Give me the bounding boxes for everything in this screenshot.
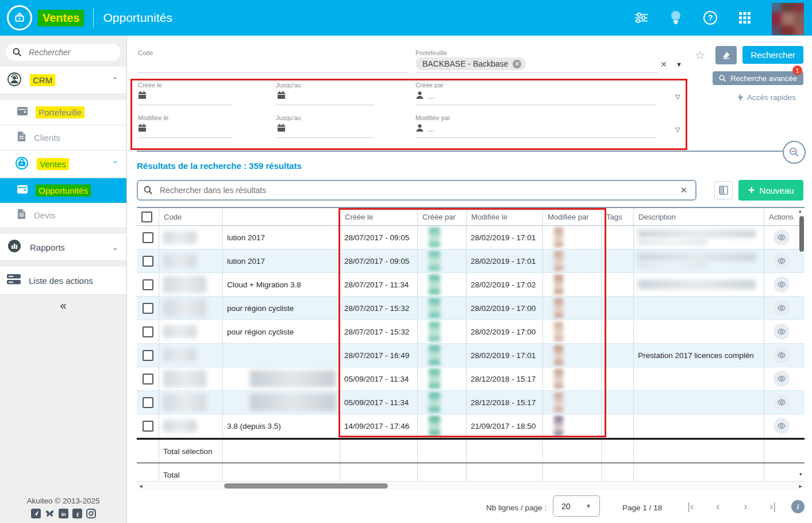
sidebar-item-portefeuille[interactable]: Portefeuille bbox=[0, 100, 126, 125]
column-header-created[interactable]: Créée le bbox=[340, 208, 418, 225]
created-to-input[interactable] bbox=[276, 105, 374, 105]
portfolio-clear-icon[interactable]: ✕ bbox=[660, 60, 667, 69]
calendar-icon[interactable] bbox=[138, 124, 147, 132]
column-header-actions[interactable]: Actions bbox=[764, 208, 799, 225]
created-from-input[interactable] bbox=[138, 105, 233, 105]
sidebar-search[interactable] bbox=[6, 44, 121, 61]
row-checkbox[interactable] bbox=[143, 326, 153, 337]
row-checkbox[interactable] bbox=[143, 374, 153, 384]
favorite-star-icon[interactable]: ☆ bbox=[695, 48, 705, 62]
sidebar-item-liste-des-actions[interactable]: Liste des actions bbox=[0, 267, 126, 295]
sidebar-item-devis[interactable]: Devis bbox=[0, 203, 126, 228]
sidebar-item-crm[interactable]: CRM ⌃ bbox=[0, 67, 126, 94]
filter-clear-icon[interactable]: ✕ bbox=[678, 185, 690, 195]
module-badge[interactable]: Ventes bbox=[38, 10, 84, 26]
calendar-icon[interactable] bbox=[277, 124, 286, 132]
column-header-description[interactable]: Description bbox=[634, 208, 764, 225]
vertical-scrollbar[interactable]: ▴ bbox=[799, 208, 805, 472]
table-row[interactable]: lution 201728/07/2017 - 09:0528/02/2019 … bbox=[137, 249, 805, 273]
linkedin-icon[interactable]: in bbox=[59, 509, 68, 518]
portfolio-dropdown-icon[interactable]: ▼ bbox=[676, 61, 682, 68]
table-row[interactable]: 3.8 (depuis 3.5)14/09/2017 - 17:4621/09/… bbox=[137, 414, 805, 438]
view-eye-button[interactable] bbox=[773, 371, 790, 387]
akuiteo-logo-icon[interactable] bbox=[7, 5, 32, 30]
view-eye-button[interactable] bbox=[773, 300, 790, 316]
calendar-icon[interactable] bbox=[138, 91, 147, 99]
clear-search-button[interactable] bbox=[715, 46, 737, 64]
collapse-search-panel-button[interactable] bbox=[783, 141, 806, 164]
code-input[interactable] bbox=[138, 72, 408, 73]
butterfly-icon[interactable] bbox=[45, 509, 55, 518]
modified-by-input[interactable] bbox=[415, 137, 657, 138]
column-picker-button[interactable] bbox=[714, 181, 733, 199]
apps-grid-icon[interactable] bbox=[737, 10, 752, 25]
row-checkbox[interactable] bbox=[143, 256, 153, 267]
user-avatar[interactable] bbox=[772, 3, 804, 35]
created-by-placeholder[interactable]: ... bbox=[428, 92, 434, 101]
chip-remove-icon[interactable]: ✕ bbox=[513, 60, 521, 68]
modified-to-input[interactable] bbox=[276, 137, 374, 138]
view-eye-button[interactable] bbox=[773, 418, 790, 434]
column-header-created-by[interactable]: Créée par bbox=[418, 208, 467, 225]
scroll-down-icon[interactable]: ▾ bbox=[799, 471, 802, 477]
previous-page-button[interactable]: ‹ bbox=[716, 500, 719, 513]
table-row[interactable]: 28/07/2017 - 16:4928/02/2019 - 17:01Pres… bbox=[137, 344, 805, 367]
help-icon[interactable]: ? bbox=[703, 10, 718, 25]
lightbulb-icon[interactable] bbox=[668, 10, 683, 25]
new-button[interactable]: + Nouveau bbox=[738, 180, 803, 201]
chevron-down-icon[interactable]: ⌄ bbox=[112, 243, 118, 252]
view-eye-button[interactable] bbox=[773, 229, 790, 245]
column-header-modified-by[interactable]: Modifiée par bbox=[543, 208, 602, 225]
facebook-icon[interactable]: f bbox=[72, 509, 82, 518]
view-eye-button[interactable] bbox=[773, 253, 790, 269]
settings-sliders-icon[interactable] bbox=[634, 10, 649, 25]
horizontal-scrollbar[interactable]: ◂ ▸ bbox=[137, 481, 805, 490]
instagram-icon[interactable] bbox=[86, 509, 96, 518]
view-eye-button[interactable] bbox=[773, 276, 790, 293]
quick-access-link[interactable]: Accès rapides bbox=[737, 93, 796, 102]
modified-from-input[interactable] bbox=[138, 137, 233, 138]
info-button[interactable]: i bbox=[791, 500, 805, 513]
sidebar-search-input[interactable] bbox=[28, 47, 110, 57]
scroll-up-icon[interactable]: ▴ bbox=[799, 208, 802, 214]
chevron-up-icon[interactable]: ⌃ bbox=[112, 160, 118, 168]
table-row[interactable]: pour région cycliste28/07/2017 - 15:3228… bbox=[137, 320, 805, 344]
sidebar-item-opportunites[interactable]: Opportunités bbox=[0, 178, 126, 203]
rows-per-page-select[interactable]: 20 ▼ bbox=[553, 495, 600, 517]
row-checkbox[interactable] bbox=[143, 350, 153, 361]
portfolio-chip[interactable]: BACKBASE - Backbase ✕ bbox=[415, 57, 526, 70]
sidebar-collapse-button[interactable]: « bbox=[0, 295, 126, 316]
person-icon[interactable] bbox=[415, 91, 424, 99]
sidebar-item-rapports[interactable]: Rapports ⌄ bbox=[0, 234, 126, 261]
advanced-search-button[interactable]: Recherche avancée bbox=[713, 71, 803, 85]
vertical-scroll-thumb[interactable] bbox=[799, 216, 804, 252]
person-icon[interactable] bbox=[415, 124, 424, 132]
column-header-modified[interactable]: Modifiée le bbox=[467, 208, 543, 225]
results-filter-input[interactable] bbox=[159, 185, 678, 195]
modified-by-dropdown-icon[interactable]: ▽ bbox=[675, 126, 680, 133]
last-page-button[interactable]: ›| bbox=[769, 500, 776, 513]
scroll-left-icon[interactable]: ◂ bbox=[137, 483, 145, 489]
select-all-column[interactable] bbox=[137, 208, 159, 225]
table-row[interactable]: pour région cycliste28/07/2017 - 15:3228… bbox=[137, 297, 805, 320]
first-page-button[interactable]: |‹ bbox=[687, 500, 694, 513]
select-all-checkbox[interactable] bbox=[141, 211, 152, 222]
view-eye-button[interactable] bbox=[773, 347, 790, 363]
row-checkbox[interactable] bbox=[143, 303, 153, 314]
horizontal-scroll-thumb[interactable] bbox=[224, 483, 388, 489]
paper-plane-icon[interactable] bbox=[31, 509, 41, 518]
row-checkbox[interactable] bbox=[143, 279, 153, 290]
table-row[interactable]: 05/09/2017 - 11:3428/12/2018 - 15:17 bbox=[137, 391, 805, 414]
created-by-input[interactable] bbox=[415, 105, 657, 105]
chevron-up-icon[interactable]: ⌃ bbox=[112, 76, 118, 84]
scroll-right-icon[interactable]: ▸ bbox=[796, 483, 805, 489]
column-header-tags[interactable]: Tags bbox=[602, 208, 634, 225]
sidebar-item-ventes[interactable]: Ventes ⌃ bbox=[0, 151, 126, 178]
next-page-button[interactable]: › bbox=[744, 500, 747, 513]
row-checkbox[interactable] bbox=[143, 421, 153, 432]
search-button[interactable]: Rechercher bbox=[742, 46, 803, 64]
column-header-code[interactable]: Code bbox=[159, 208, 223, 225]
row-checkbox[interactable] bbox=[143, 397, 153, 408]
created-by-dropdown-icon[interactable]: ▽ bbox=[675, 93, 680, 101]
row-checkbox[interactable] bbox=[143, 232, 153, 243]
